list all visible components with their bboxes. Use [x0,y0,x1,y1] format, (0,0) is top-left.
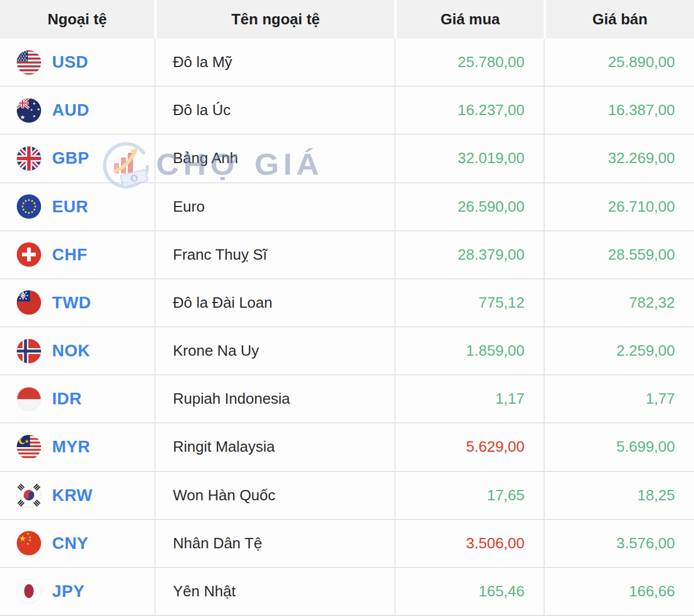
table-row: ★ MYR Ringit Malaysia 5.629,00 5.699,00 [0,422,694,470]
currency-cell: KRW [0,472,154,519]
table-row: KRW Won Hàn Quốc 17,65 18,25 [0,471,694,519]
table-row: JPY Yên Nhật 165,46 166,66 [0,567,694,615]
table-row: TWD Đô la Đài Loan 775,12 782,32 [0,278,694,326]
krw-flag-icon [16,482,42,508]
currency-cell: NOK [0,327,154,374]
table-row: GBP Bảng Anh 32.019,00 32.269,00 [0,134,694,182]
currency-code-link[interactable]: CNY [52,534,88,553]
header-buy: Giá mua [394,0,544,39]
header-name: Tên ngoại tệ [154,0,394,39]
name-cell: Euro [154,183,394,230]
currency-cell: USD [0,39,154,86]
cny-flag-icon: ★★★★★ [16,530,42,556]
currency-code-link[interactable]: NOK [52,341,90,360]
svg-text:★: ★ [24,438,29,444]
currency-cell: EUR [0,183,154,230]
buy-price-cell: 775,12 [394,279,544,326]
name-cell: Krone Na Uy [154,327,394,374]
header-sell: Giá bán [544,0,694,39]
currency-name-label: Franc Thuỵ Sĩ [173,246,267,264]
sell-price-cell: 5.699,00 [544,423,694,470]
currency-cell: JPY [0,568,154,615]
svg-text:★: ★ [20,113,25,120]
buy-price-cell: 28.379,00 [394,231,544,278]
buy-price-cell: 32.019,00 [394,135,544,182]
currency-name-label: Euro [173,198,205,216]
currency-cell: CHF [0,231,154,278]
currency-cell: ★★★★★ AUD [0,87,154,134]
buy-price-cell: 17,65 [394,472,544,519]
buy-price-cell: 165,46 [394,568,544,615]
currency-code-link[interactable]: KRW [52,486,93,505]
table-row: EUR Euro 26.590,00 26.710,00 [0,182,694,230]
table-header-row: Ngoại tệ Tên ngoại tệ Giá mua Giá bán [0,0,694,39]
name-cell: Đô la Mỹ [154,39,394,86]
currency-name-label: Đô la Úc [173,101,231,119]
eur-flag-icon [16,194,42,219]
currency-name-label: Bảng Anh [173,149,238,167]
sell-price-cell: 26.710,00 [544,183,694,230]
nok-flag-icon [16,338,42,364]
usd-flag-icon [16,50,42,75]
header-currency: Ngoại tệ [0,0,154,39]
aud-flag-icon: ★★★★★ [16,98,42,123]
name-cell: Rupiah Indonesia [154,375,394,422]
currency-code-link[interactable]: AUD [52,101,89,120]
sell-price-cell: 16.387,00 [544,87,694,134]
buy-price-cell: 1.859,00 [394,327,544,374]
currency-code-link[interactable]: JPY [52,582,84,601]
svg-text:★: ★ [19,534,26,544]
currency-name-label: Ringit Malaysia [173,438,275,456]
currency-cell: GBP [0,135,154,182]
sell-price-cell: 3.576,00 [544,520,694,567]
sell-price-cell: 166,66 [544,568,694,615]
currency-name-label: Won Hàn Quốc [173,486,275,504]
svg-text:★: ★ [32,101,36,105]
currency-cell: TWD [0,279,154,326]
svg-text:★: ★ [37,107,40,111]
sell-price-cell: 2.259,00 [544,327,694,374]
sell-price-cell: 32.269,00 [544,135,694,182]
currency-code-link[interactable]: GBP [52,149,89,168]
idr-flag-icon [16,386,42,412]
sell-price-cell: 782,32 [544,279,694,326]
currency-name-label: Krone Na Uy [173,342,259,360]
buy-price-cell: 5.629,00 [394,423,544,470]
buy-price-cell: 3.506,00 [394,520,544,567]
buy-price-cell: 25.780,00 [394,39,544,86]
name-cell: Won Hàn Quốc [154,472,394,519]
currency-code-link[interactable]: USD [52,53,88,72]
twd-flag-icon [16,290,42,315]
name-cell: Đô la Úc [154,87,394,134]
sell-price-cell: 18,25 [544,472,694,519]
currency-name-label: Đô la Mỹ [173,53,232,71]
table-row: USD Đô la Mỹ 25.780,00 25.890,00 [0,39,694,86]
currency-name-label: Yên Nhật [173,582,235,600]
name-cell: Franc Thuỵ Sĩ [154,231,394,278]
name-cell: Bảng Anh [154,135,394,182]
currency-code-link[interactable]: IDR [52,389,82,408]
currency-name-label: Rupiah Indonesia [173,390,290,408]
sell-price-cell: 25.890,00 [544,39,694,86]
currency-cell: ★★★★★ CNY [0,520,154,567]
buy-price-cell: 1,17 [394,375,544,422]
chf-flag-icon [16,242,42,267]
currency-cell: ★ MYR [0,423,154,470]
currency-code-link[interactable]: CHF [52,245,87,264]
svg-text:★: ★ [32,114,36,118]
currency-code-link[interactable]: EUR [52,197,88,216]
name-cell: Nhân Dân Tệ [154,520,394,567]
currency-name-label: Nhân Dân Tệ [173,534,262,552]
currency-code-link[interactable]: TWD [52,293,91,312]
buy-price-cell: 26.590,00 [394,183,544,230]
name-cell: Yên Nhật [154,568,394,615]
exchange-rate-table: Ngoại tệ Tên ngoại tệ Giá mua Giá bán US… [0,0,694,616]
name-cell: Ringit Malaysia [154,423,394,470]
currency-code-link[interactable]: MYR [52,437,90,456]
sell-price-cell: 28.559,00 [544,231,694,278]
buy-price-cell: 16.237,00 [394,87,544,134]
gbp-flag-icon [16,146,42,171]
myr-flag-icon: ★ [16,434,42,460]
svg-text:★: ★ [27,542,29,545]
table-row: CHF Franc Thuỵ Sĩ 28.379,00 28.559,00 [0,230,694,278]
